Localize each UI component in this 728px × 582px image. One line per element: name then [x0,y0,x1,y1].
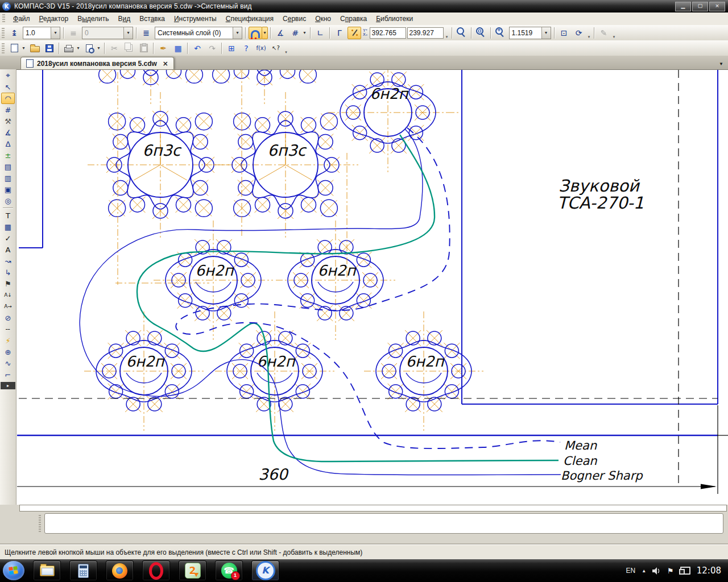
coordinate-x-field[interactable]: 392.765 [370,27,406,39]
tray-expand-icon[interactable]: ▲ [642,568,646,573]
angle-snap[interactable]: ∡ [274,27,287,39]
window-layout[interactable]: ⊞ [225,42,238,55]
action-center-flag-icon[interactable]: ⚑ [667,567,674,575]
help-topics[interactable]: ? [239,42,253,55]
menu-item-вставка[interactable]: Вставка [135,13,169,25]
tool-lightning[interactable]: ⚡ [1,335,15,346]
copy[interactable] [122,42,136,55]
menu-item-инструменты[interactable]: Инструменты [169,13,221,25]
tool-polyline[interactable]: ↝ [1,255,15,267]
current-state[interactable]: ↨ [7,27,21,39]
new-document[interactable] [7,42,21,55]
ortho-mode[interactable]: Γ [333,27,346,39]
taskbar-app-2gis[interactable]: 2 [179,560,206,581]
tool-panel-expander[interactable]: ▸ [1,382,15,389]
paste[interactable] [137,42,151,55]
menu-item-спецификация[interactable]: Спецификация [221,13,278,25]
tool-dimensions[interactable]: # [1,104,15,115]
undo[interactable]: ↶ [191,42,204,55]
menu-item-выделить[interactable]: Выделить [73,13,113,25]
object-properties[interactable]: ✎ [597,27,611,39]
menu-item-редактор[interactable]: Редактор [35,13,73,25]
menu-item-окно[interactable]: Окно [311,13,336,25]
window-list-button[interactable]: ▼ [719,61,723,66]
tool-angle[interactable]: ∡ [1,127,15,138]
step-combo[interactable]: 0▾ [82,27,133,39]
toolbar-overflow-arrow[interactable]: ▾ [283,50,289,56]
taskbar-app-opera[interactable] [142,560,170,581]
zoom-in[interactable] [494,27,507,39]
tool-check[interactable]: ✓ [1,232,15,244]
redo[interactable]: ↷ [205,42,219,55]
minimize-button[interactable]: ▁ [675,2,691,11]
tool-plus-minus[interactable]: ± [1,149,15,161]
socket-octal[interactable] [192,69,337,104]
refresh-view[interactable]: ⟳ [572,27,586,39]
tool-sheets[interactable]: ▥ [1,172,15,184]
current-layer-combo[interactable]: Системный слой (0)▾ [155,27,242,39]
socket-6н2п[interactable]: 6н2п [84,311,204,431]
print[interactable] [62,42,76,55]
tool-parametrize[interactable]: ▤ [1,161,15,172]
tool-centerline[interactable]: ╌ [1,323,15,335]
layers[interactable]: ≣ [139,27,153,39]
tool-copies[interactable]: ◎ [1,195,15,206]
start-button[interactable] [3,561,24,580]
local-csys[interactable]: ∟ [313,27,327,39]
scale-combo[interactable]: 1.0▾ [23,27,60,39]
toolbar-overflow-arrow[interactable]: ▾ [611,35,617,40]
tool-text-down[interactable]: A↓ [1,289,15,301]
scale-combo-arrow-icon[interactable]: ▾ [51,27,60,39]
clock[interactable]: 12:08 [697,566,721,576]
print-preview[interactable] [82,42,96,55]
property-bar-field[interactable] [44,513,723,534]
tool-leader[interactable]: ↳ [1,267,15,278]
tool-build[interactable]: ⚒ [1,115,15,127]
socket-6н2п[interactable]: 6н2п [276,221,395,340]
print-dropdown[interactable]: ▾ [75,42,81,55]
tool-text-right[interactable]: A→ [1,301,15,312]
menu-item-вид[interactable]: Вид [114,13,135,25]
document-tab[interactable]: 2018усил компановка версия 5.cdw × [20,57,174,69]
tool-flag[interactable]: ⚑ [1,278,15,289]
socket-6н2п[interactable]: 6н2п [328,69,448,172]
taskbar-app-explorer[interactable] [33,560,61,581]
volume-icon[interactable] [652,567,661,575]
save-document[interactable] [43,42,56,55]
current-layer-combo-arrow-icon[interactable]: ▾ [233,27,242,39]
menu-item-библиотеки[interactable]: Библиотеки [371,13,417,25]
tool-styles[interactable]: A [1,244,15,255]
tool-weld[interactable]: ⊘ [1,312,15,323]
drawing-canvas[interactable]: 6п3с6п3с6н2п6н2п6н2п6н2п6н2п6н2пMeanClea… [16,69,728,505]
toolbar-overflow-arrow[interactable]: ▾ [444,35,450,40]
tool-geometry[interactable]: ◠ [1,93,15,104]
toolbar-grip[interactable] [2,28,5,38]
tool-center-mark[interactable]: ⊕ [1,346,15,357]
rounding-toggle[interactable] [348,27,361,39]
toolbar-overflow-arrow[interactable]: ▾ [586,35,592,40]
maximize-button[interactable]: ▢ [692,2,708,11]
cut[interactable]: ✂ [107,42,121,55]
variables[interactable]: f(x) [254,42,268,55]
socket-6п3с[interactable]: 6п3с [213,92,358,238]
tool-measure[interactable]: ∆ [1,138,15,149]
print-preview-dropdown[interactable]: ▾ [96,42,102,55]
pan-view[interactable]: ⊡ [557,27,571,39]
snaps-toggle[interactable] [249,27,262,39]
tool-snap-point[interactable]: ↖ [1,81,15,93]
tool-angle-mark[interactable]: ⌐ [1,369,15,380]
tool-spline[interactable]: ∿ [1,357,15,369]
property-bar-grip[interactable] [39,515,41,532]
menu-item-сервис[interactable]: Сервис [278,13,311,25]
socket-6п3с[interactable]: 6п3с [88,92,233,238]
zoom-fit[interactable] [455,27,469,39]
toolbar-grip[interactable] [2,43,5,53]
specification[interactable]: ▦ [171,42,185,55]
socket-6н2п[interactable]: 6н2п [364,311,483,431]
socket-6н2п[interactable]: 6н2п [215,311,334,431]
step-combo-arrow-icon[interactable]: ▾ [123,27,133,39]
socket-octal[interactable] [78,69,224,104]
grid-toggle-dropdown[interactable]: ▾ [301,27,308,39]
copy-properties[interactable]: ✒ [156,42,170,55]
shift-layers[interactable]: ≡ [67,27,80,39]
